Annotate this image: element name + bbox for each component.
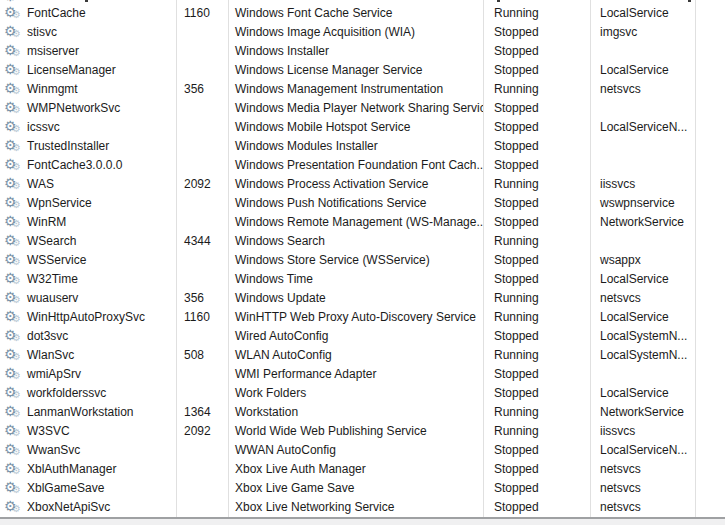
service-name-cell: ⚙⚙WSearch: [0, 232, 176, 251]
service-row[interactable]: ⚙⚙TrustedInstallerWindows Modules Instal…: [0, 137, 725, 156]
service-name-label: WMPNetworkSvc: [27, 101, 120, 115]
service-status: Running: [483, 403, 590, 422]
service-group: [590, 99, 695, 118]
service-group: netsvcs: [590, 460, 695, 479]
gear-icon: ⚙: [4, 290, 17, 304]
service-pid: [176, 213, 228, 232]
service-description: Windows Mobile Hotspot Service: [228, 118, 483, 137]
service-row[interactable]: ⚙⚙Winmgmt356Windows Management Instrumen…: [0, 80, 725, 99]
gear-icon: ⚙: [4, 366, 17, 380]
service-row[interactable]: ⚙⚙WSearch4344Windows SearchRunning: [0, 232, 725, 251]
service-group: iissvcs: [590, 175, 695, 194]
service-row[interactable]: ⚙⚙stisvcWindows Image Acquisition (WIA)S…: [0, 23, 725, 42]
gear-icon: ⚙: [12, 48, 21, 58]
service-name-label: LanmanWorkstation: [27, 405, 134, 419]
gear-icon: ⚙: [4, 328, 17, 342]
service-status: Stopped: [483, 23, 590, 42]
service-description: Workstation: [228, 403, 483, 422]
service-row[interactable]: ⚙⚙WAS2092Windows Process Activation Serv…: [0, 175, 725, 194]
service-row[interactable]: ⚙⚙wuauserv356Windows UpdateRunningnetsvc…: [0, 289, 725, 308]
service-row[interactable]: ⚙⚙WwanSvcWWAN AutoConfigStoppedLocalServ…: [0, 441, 725, 460]
service-status: Stopped: [483, 42, 590, 61]
service-group: netsvcs: [590, 498, 695, 517]
service-status: Stopped: [483, 327, 590, 346]
service-row[interactable]: ⚙⚙W32TimeWindows TimeStoppedLocalService: [0, 270, 725, 289]
gear-icon: ⚙: [4, 461, 17, 475]
service-name-cell: ⚙⚙XblAuthManager: [0, 460, 176, 479]
service-description: Windows Presentation Foundation Font Cac…: [228, 156, 483, 175]
service-description: Xbox Live Networking Service: [228, 498, 483, 517]
service-description: Windows Push Notifications Service: [228, 194, 483, 213]
service-row[interactable]: ⚙⚙W3SVC2092World Wide Web Publishing Ser…: [0, 422, 725, 441]
service-name-cell: ⚙⚙W3SVC: [0, 422, 176, 441]
service-gear-icon: ⚙⚙: [4, 63, 24, 78]
service-status: Stopped: [483, 384, 590, 403]
service-group: wsappx: [590, 251, 695, 270]
service-row[interactable]: ⚙⚙workfolderssvcWork FoldersStoppedLocal…: [0, 384, 725, 403]
service-gear-icon: ⚙⚙: [4, 44, 24, 59]
service-row[interactable]: ⚙⚙XblAuthManagerXbox Live Auth ManagerSt…: [0, 460, 725, 479]
service-row[interactable]: ⚙⚙XblGameSaveXbox Live Game SaveStoppedn…: [0, 479, 725, 498]
service-gear-icon: ⚙⚙: [4, 291, 24, 306]
service-row[interactable]: ⚙⚙WinHttpAutoProxySvc1160WinHTTP Web Pro…: [0, 308, 725, 327]
service-name-cell: ⚙⚙WinHttpAutoProxySvc: [0, 308, 176, 327]
service-row[interactable]: ⚙⚙WSServiceWindows Store Service (WSServ…: [0, 251, 725, 270]
service-gear-icon: ⚙⚙: [4, 481, 24, 496]
service-pid: 1364: [176, 403, 228, 422]
service-pid: 2092: [176, 422, 228, 441]
service-status: Stopped: [483, 61, 590, 80]
service-description: Windows Image Acquisition (WIA): [228, 23, 483, 42]
service-group: wswpnservice: [590, 194, 695, 213]
service-rows: ⚙⚙FontCache1160Windows Font Cache Servic…: [0, 4, 725, 517]
service-name-label: WSearch: [27, 234, 76, 248]
service-pid: 4344: [176, 232, 228, 251]
service-row[interactable]: ⚙⚙wmiApSrvWMI Performance AdapterStopped: [0, 365, 725, 384]
service-description: Windows Media Player Network Sharing Ser…: [228, 99, 483, 118]
clipped-text-fragment: [497, 0, 500, 2]
service-description: Windows Store Service (WSService): [228, 251, 483, 270]
service-gear-icon: ⚙⚙: [4, 215, 24, 230]
service-description: Windows Time: [228, 270, 483, 289]
service-row[interactable]: ⚙⚙msiserverWindows InstallerStopped: [0, 42, 725, 61]
service-pid: 1160: [176, 4, 228, 23]
gear-icon: ⚙: [12, 466, 21, 476]
gear-icon: ⚙: [12, 67, 21, 77]
gear-icon: ⚙: [12, 10, 21, 20]
service-row[interactable]: ⚙⚙XboxNetApiSvcXbox Live Networking Serv…: [0, 498, 725, 517]
service-name-label: WSService: [27, 253, 86, 267]
column-separator-name-pid: [176, 0, 177, 517]
service-row[interactable]: ⚙⚙FontCache1160Windows Font Cache Servic…: [0, 4, 725, 23]
service-row[interactable]: ⚙⚙FontCache3.0.0.0Windows Presentation F…: [0, 156, 725, 175]
service-gear-icon: ⚙⚙: [4, 386, 24, 401]
service-name-cell: ⚙⚙dot3svc: [0, 327, 176, 346]
service-row[interactable]: ⚙⚙WpnServiceWindows Push Notifications S…: [0, 194, 725, 213]
service-name-label: FontCache3.0.0.0: [27, 158, 122, 172]
service-row[interactable]: ⚙⚙dot3svcWired AutoConfigStoppedLocalSys…: [0, 327, 725, 346]
service-row[interactable]: ⚙⚙icssvcWindows Mobile Hotspot ServiceSt…: [0, 118, 725, 137]
service-gear-icon: ⚙⚙: [4, 500, 24, 515]
service-row[interactable]: ⚙⚙LicenseManagerWindows License Manager …: [0, 61, 725, 80]
service-pid: [176, 137, 228, 156]
service-group: [590, 137, 695, 156]
service-name-label: TrustedInstaller: [27, 139, 109, 153]
service-row[interactable]: ⚙⚙WinRMWindows Remote Management (WS-Man…: [0, 213, 725, 232]
gear-icon: ⚙: [4, 385, 17, 399]
gear-icon: ⚙: [4, 309, 17, 323]
service-row[interactable]: ⚙⚙WMPNetworkSvcWindows Media Player Netw…: [0, 99, 725, 118]
service-status: Stopped: [483, 479, 590, 498]
gear-icon: ⚙: [4, 119, 17, 133]
service-gear-icon: ⚙⚙: [4, 120, 24, 135]
service-status: Stopped: [483, 460, 590, 479]
clipped-text-fragment: [85, 0, 88, 2]
gear-icon: ⚙: [4, 43, 17, 57]
service-row[interactable]: ⚙⚙WlanSvc508WLAN AutoConfigRunningLocalS…: [0, 346, 725, 365]
gear-icon: ⚙: [4, 252, 17, 266]
service-status: Running: [483, 80, 590, 99]
service-gear-icon: ⚙⚙: [4, 253, 24, 268]
service-status: Stopped: [483, 251, 590, 270]
gear-icon: ⚙: [4, 24, 17, 38]
service-pid: [176, 270, 228, 289]
service-group: [590, 156, 695, 175]
service-row[interactable]: ⚙⚙LanmanWorkstation1364WorkstationRunnin…: [0, 403, 725, 422]
service-group: [590, 232, 695, 251]
